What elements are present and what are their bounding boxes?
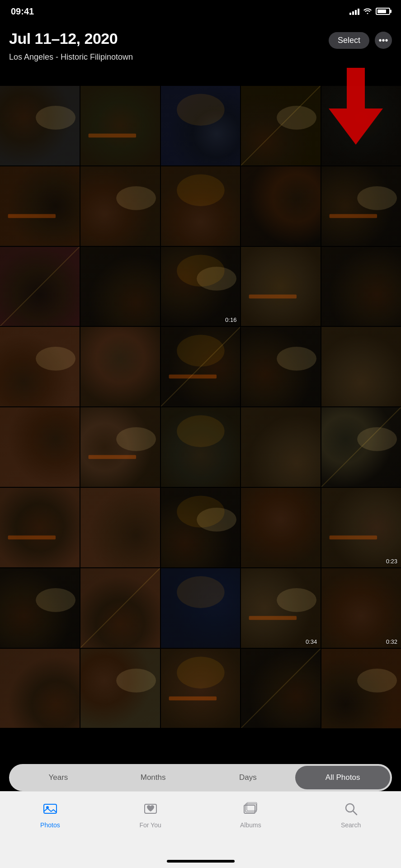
grid-item[interactable] bbox=[80, 488, 160, 567]
grid-item[interactable]: 0:32 bbox=[321, 568, 401, 648]
svg-rect-77 bbox=[8, 536, 56, 540]
nav-photos[interactable]: Photos bbox=[0, 799, 100, 829]
grid-item[interactable] bbox=[241, 86, 321, 165]
albums-icon bbox=[241, 799, 260, 819]
tab-years[interactable]: Years bbox=[11, 766, 106, 789]
svg-rect-5 bbox=[80, 86, 160, 165]
grid-item[interactable] bbox=[161, 327, 241, 406]
signal-icon bbox=[349, 8, 359, 15]
svg-point-24 bbox=[177, 174, 224, 206]
grid-item[interactable] bbox=[80, 649, 160, 728]
grid-item[interactable] bbox=[321, 649, 401, 728]
photos-icon bbox=[40, 799, 60, 819]
svg-point-3 bbox=[36, 106, 75, 130]
photo-grid: 0:16 bbox=[0, 86, 401, 764]
svg-rect-35 bbox=[80, 247, 160, 326]
grid-item[interactable] bbox=[241, 166, 321, 246]
tab-months[interactable]: Months bbox=[106, 766, 201, 789]
svg-point-9 bbox=[177, 94, 224, 126]
svg-rect-85 bbox=[241, 488, 321, 567]
svg-rect-65 bbox=[88, 455, 136, 459]
svg-point-57 bbox=[277, 347, 316, 371]
svg-rect-18 bbox=[8, 214, 56, 218]
video-duration: 0:34 bbox=[306, 638, 317, 645]
grid-item[interactable] bbox=[161, 488, 241, 567]
svg-rect-103 bbox=[321, 568, 401, 648]
grid-item[interactable] bbox=[241, 649, 321, 728]
svg-line-126 bbox=[353, 811, 357, 815]
header-location: Los Angeles - Historic Filipinotown bbox=[9, 52, 392, 62]
grid-item[interactable] bbox=[161, 166, 241, 246]
grid-item[interactable] bbox=[321, 166, 401, 246]
grid-item[interactable] bbox=[0, 327, 80, 406]
grid-item[interactable]: 0:16 bbox=[161, 247, 241, 326]
grid-item[interactable] bbox=[321, 86, 401, 165]
svg-rect-119 bbox=[44, 804, 57, 813]
svg-rect-41 bbox=[241, 247, 321, 326]
nav-for-you[interactable]: For You bbox=[100, 799, 201, 829]
svg-rect-30 bbox=[330, 214, 377, 218]
svg-point-68 bbox=[177, 415, 224, 447]
grid-item[interactable] bbox=[80, 247, 160, 326]
more-button[interactable]: ••• bbox=[375, 32, 392, 49]
grid-item[interactable] bbox=[80, 568, 160, 648]
status-time: 09:41 bbox=[11, 6, 34, 17]
svg-rect-87 bbox=[321, 488, 401, 567]
home-indicator bbox=[167, 860, 235, 863]
svg-point-112 bbox=[177, 656, 224, 688]
grid-item[interactable] bbox=[0, 247, 80, 326]
svg-rect-88 bbox=[330, 536, 377, 540]
grid-item[interactable] bbox=[80, 86, 160, 165]
grid-item[interactable] bbox=[0, 166, 80, 246]
grid-item[interactable] bbox=[241, 327, 321, 406]
grid-item[interactable] bbox=[0, 488, 80, 567]
svg-point-47 bbox=[36, 347, 75, 371]
battery-icon bbox=[376, 8, 390, 15]
grid-item[interactable] bbox=[0, 407, 80, 487]
grid-item[interactable] bbox=[241, 247, 321, 326]
grid-item[interactable] bbox=[321, 327, 401, 406]
grid-item[interactable] bbox=[0, 568, 80, 648]
grid-item[interactable] bbox=[80, 327, 160, 406]
nav-search-label: Search bbox=[341, 821, 361, 829]
grid-item[interactable]: 0:23 bbox=[321, 488, 401, 567]
svg-rect-26 bbox=[241, 166, 321, 246]
tab-days[interactable]: Days bbox=[201, 766, 296, 789]
svg-rect-15 bbox=[321, 86, 401, 165]
nav-search[interactable]: Search bbox=[301, 799, 401, 829]
svg-rect-70 bbox=[241, 407, 321, 487]
svg-point-108 bbox=[116, 669, 156, 693]
svg-point-97 bbox=[177, 576, 224, 608]
grid-item[interactable] bbox=[0, 86, 80, 165]
svg-rect-61 bbox=[0, 407, 80, 487]
svg-point-118 bbox=[357, 669, 397, 693]
select-button[interactable]: Select bbox=[329, 32, 369, 49]
grid-item[interactable] bbox=[161, 649, 241, 728]
nav-for-you-label: For You bbox=[139, 821, 161, 829]
status-bar: 09:41 bbox=[0, 0, 401, 23]
grid-item[interactable] bbox=[161, 568, 241, 648]
video-duration: 0:32 bbox=[386, 638, 397, 645]
tab-all-photos[interactable]: All Photos bbox=[295, 766, 390, 789]
svg-rect-42 bbox=[249, 294, 297, 298]
grid-item[interactable] bbox=[80, 166, 160, 246]
svg-point-29 bbox=[357, 186, 397, 210]
nav-albums[interactable]: Albums bbox=[201, 799, 301, 829]
grid-item[interactable] bbox=[321, 247, 401, 326]
svg-point-100 bbox=[277, 588, 316, 612]
grid-item[interactable] bbox=[161, 407, 241, 487]
grid-item[interactable] bbox=[241, 488, 321, 567]
nav-albums-label: Albums bbox=[240, 821, 261, 829]
svg-rect-101 bbox=[249, 616, 297, 620]
grid-item[interactable] bbox=[321, 407, 401, 487]
grid-item[interactable]: 0:34 bbox=[241, 568, 321, 648]
grid-item[interactable] bbox=[0, 649, 80, 728]
grid-item[interactable] bbox=[80, 407, 160, 487]
svg-rect-49 bbox=[80, 327, 160, 406]
grid-item[interactable] bbox=[161, 86, 241, 165]
grid-item[interactable] bbox=[241, 407, 321, 487]
svg-rect-79 bbox=[80, 488, 160, 567]
for-you-icon bbox=[141, 799, 160, 819]
svg-point-39 bbox=[177, 255, 224, 286]
search-icon bbox=[341, 799, 361, 819]
